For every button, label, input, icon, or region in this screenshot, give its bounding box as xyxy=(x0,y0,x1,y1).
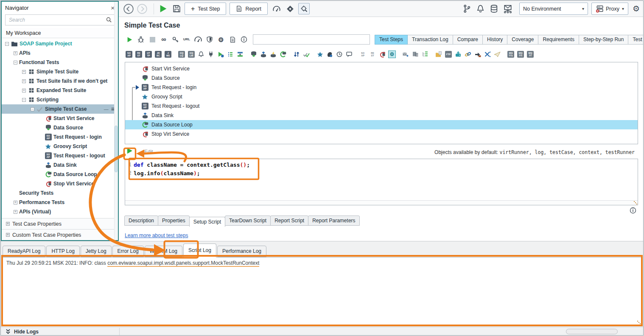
logtab-script-log[interactable]: Script Log xyxy=(183,244,216,258)
mq-ttx-step-icon[interactable]: MQTTx xyxy=(507,50,515,59)
switch-step-icon[interactable] xyxy=(483,50,492,59)
test-case-info-button[interactable] xyxy=(239,35,249,44)
nav-item-soap-sample-project[interactable]: −SOAP Sample Project xyxy=(2,39,118,48)
nav-item-data-source-loop[interactable]: Data Source Loop xyxy=(2,170,118,179)
hide-logs-button[interactable]: Hide Logs xyxy=(1,329,39,335)
expander-plus-icon[interactable]: + xyxy=(14,201,17,204)
import-step-icon[interactable] xyxy=(454,50,462,59)
test-step-start-virt-service[interactable]: Start Virt Service xyxy=(125,64,638,73)
code-line-2[interactable]: 2log.info(className); xyxy=(125,169,638,177)
test-step-data-source-loop[interactable]: Data Source Loop xyxy=(125,120,638,129)
tab-test-on-demand[interactable]: Test On Demand xyxy=(628,35,644,45)
nav-item-start-virt-service[interactable]: Start Virt Service xyxy=(2,114,118,123)
logtab-readyapi-log[interactable]: ReadyAPI Log xyxy=(3,246,45,257)
test-step-data-sink[interactable]: Data Sink xyxy=(125,111,638,120)
gauge-icon[interactable] xyxy=(271,3,282,14)
expander-plus-icon[interactable]: + xyxy=(22,70,26,74)
properties-step-icon[interactable] xyxy=(226,50,235,59)
expander-plus-icon[interactable]: + xyxy=(22,89,26,92)
setup-script-editor[interactable]: 1def className = context.getClass();2log… xyxy=(125,159,638,205)
bell-step-icon[interactable] xyxy=(197,50,205,59)
soap-mock-step-icon[interactable]: SOAP xyxy=(358,50,367,59)
search-icon[interactable] xyxy=(106,17,112,23)
data-sink-step-icon[interactable] xyxy=(259,50,268,59)
notifications-bell-icon[interactable] xyxy=(475,3,486,14)
environment-select[interactable]: No Environment ▾ xyxy=(519,3,588,15)
data-generator-step-icon[interactable] xyxy=(269,50,277,59)
publish-step-icon[interactable] xyxy=(493,50,501,59)
save-button[interactable] xyxy=(171,3,182,14)
run-button[interactable] xyxy=(157,3,168,14)
horizontal-scrollbar-thumb[interactable] xyxy=(566,329,618,334)
logtab-error-log[interactable]: Error Log xyxy=(112,246,144,257)
tab-coverage[interactable]: Coverage xyxy=(507,35,538,45)
tab-requirements[interactable]: Requirements xyxy=(538,35,579,45)
graphql-mutation-step-icon[interactable]: GQLM xyxy=(187,50,196,59)
tab-compare[interactable]: Compare xyxy=(453,35,483,45)
test-step-filter-input[interactable] xyxy=(253,34,370,45)
editor-info-icon[interactable] xyxy=(630,207,636,214)
nav-item-security-tests[interactable]: Security Tests xyxy=(2,188,118,198)
expander-plus-icon[interactable]: + xyxy=(6,222,10,226)
endpoint-url-button[interactable]: URL xyxy=(182,35,192,44)
nav-item-functional-tests[interactable]: −Functional Tests xyxy=(2,58,118,67)
learn-more-link[interactable]: Learn more about test steps xyxy=(125,232,188,238)
expander-plus-icon[interactable]: + xyxy=(6,233,10,237)
nav-item-apis-virtual[interactable]: +APIs (Virtual) xyxy=(2,207,118,216)
workspace-label[interactable]: My Workspace xyxy=(2,28,118,38)
test-step-test-request-logout[interactable]: SOAPTest Request - logout xyxy=(125,101,638,111)
virt-gear-step-icon[interactable]: ⚙ xyxy=(388,50,396,59)
jdbc-request-step-icon[interactable]: JDBC xyxy=(154,50,162,59)
property-transfer-step-icon[interactable] xyxy=(236,50,244,59)
subtab-teardown-script[interactable]: TearDown Script xyxy=(225,216,271,226)
plug-step-icon[interactable] xyxy=(207,50,215,59)
data-source-loop-step-icon[interactable] xyxy=(279,50,287,59)
nav-item-test-suite-fails-if-we-don-t-get[interactable]: +Test Suite fails if we don't get xyxy=(2,76,118,86)
expander-minus-icon[interactable]: − xyxy=(14,61,17,64)
debug-run-button[interactable] xyxy=(136,35,146,44)
tab-transaction-log[interactable]: Transaction Log xyxy=(407,35,453,45)
test-step-data-source[interactable]: Data Source xyxy=(125,73,638,83)
security-button[interactable] xyxy=(204,35,215,44)
logtab-ws-rm-log[interactable]: WS-RM Log xyxy=(145,246,182,257)
settings-gear-icon[interactable]: ⚙ xyxy=(633,4,640,14)
nav-item-stop-virt-service[interactable]: Stop Virt Service xyxy=(2,179,118,188)
expander-minus-icon[interactable]: − xyxy=(22,98,26,102)
create-report-button[interactable] xyxy=(227,35,238,44)
logtab-performance-log[interactable]: Performance Log xyxy=(217,246,266,257)
logtab-jetty-log[interactable]: Jetty Log xyxy=(81,246,112,257)
section-test-case-properties[interactable]: +Test Case Properties xyxy=(2,218,118,229)
code-line-1[interactable]: 1def className = context.getClass(); xyxy=(125,160,638,169)
test-step-test-request-login[interactable]: SOAPTest Request - login xyxy=(125,83,638,92)
nav-item-performance-tests[interactable]: +Performance Tests xyxy=(2,198,118,207)
report-button[interactable]: Report xyxy=(230,3,268,15)
delay-step-icon[interactable] xyxy=(335,50,344,59)
subtab-description[interactable]: Description xyxy=(124,216,158,226)
nav-item-expanded-test-suite[interactable]: +Expanded Test Suite xyxy=(2,86,118,95)
run-test-case-button[interactable] xyxy=(124,35,134,44)
test-step-stop-virt-service[interactable]: Stop Virt Service xyxy=(125,129,638,139)
rest-request-step-icon[interactable]: REST xyxy=(134,50,143,59)
mq-tti-step-icon[interactable]: MQTTi xyxy=(516,50,525,59)
comment-step-icon[interactable] xyxy=(345,50,353,59)
edit-label[interactable]: Edit xyxy=(144,149,153,155)
chain-link-step-icon[interactable] xyxy=(464,50,472,59)
forward-button[interactable] xyxy=(137,3,148,14)
build-step-icon[interactable] xyxy=(473,50,482,59)
navigator-search-input[interactable] xyxy=(5,14,115,25)
tab-test-steps[interactable]: Test Steps xyxy=(375,35,408,45)
performance-button[interactable] xyxy=(193,35,203,44)
loop-run-toggle[interactable]: ∞ xyxy=(159,35,169,44)
rest-mock-step-icon[interactable]: REST xyxy=(368,50,377,59)
proxy-button[interactable]: Proxy ▾ xyxy=(591,3,628,15)
auth-manager-button[interactable] xyxy=(170,35,180,44)
back-button[interactable] xyxy=(123,3,134,14)
expander-plus-icon[interactable]: + xyxy=(14,210,17,214)
mail-network-icon[interactable] xyxy=(502,3,513,14)
tree-view-step-icon[interactable] xyxy=(421,50,429,59)
subtab-setup-script[interactable]: Setup Script xyxy=(189,217,225,227)
git-branch-icon[interactable] xyxy=(462,3,473,14)
expander-plus-icon[interactable]: + xyxy=(22,79,26,83)
start-virt-step-icon[interactable] xyxy=(378,50,386,59)
tab-history[interactable]: History xyxy=(482,35,507,45)
